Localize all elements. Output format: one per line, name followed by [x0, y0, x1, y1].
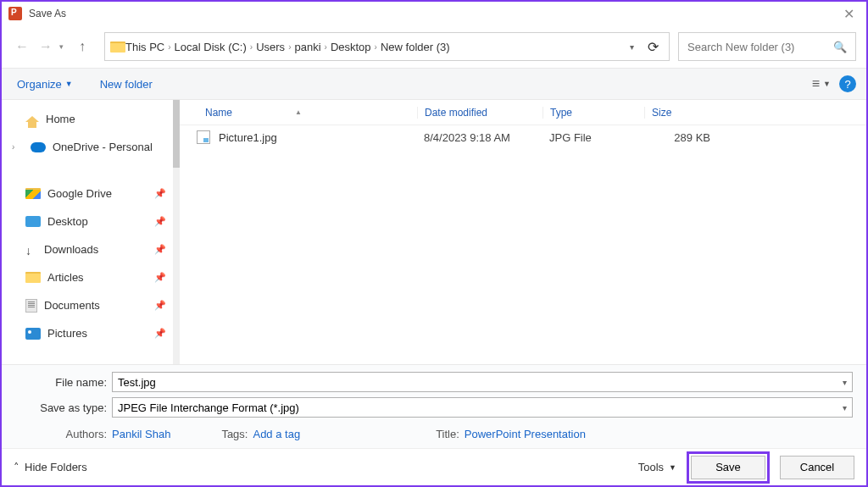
savetype-select[interactable]: JPEG File Interchange Format (*.jpg) ▾	[112, 397, 853, 418]
label: Google Drive	[47, 187, 112, 200]
new-folder-label: New folder	[100, 78, 153, 91]
title-value[interactable]: PowerPoint Presentation	[465, 428, 586, 440]
savetype-label: Save as type:	[15, 401, 107, 414]
authors-label: Authors:	[15, 428, 107, 440]
filename-label: File name:	[15, 376, 107, 389]
breadcrumb[interactable]: This PC› Local Disk (C:)› Users› panki› …	[125, 41, 450, 53]
powerpoint-icon	[8, 7, 22, 20]
crumb[interactable]: Local Disk (C:)	[175, 41, 247, 53]
sidebar-item-gdrive[interactable]: Google Drive 📌	[8, 180, 180, 208]
pin-icon: 📌	[154, 328, 166, 339]
file-list[interactable]: Name ▲ Date modified Type Size Picture1.…	[180, 100, 866, 364]
file-date: 8/4/2023 9:18 AM	[424, 131, 549, 144]
search-icon: 🔍	[833, 41, 847, 53]
organize-label: Organize	[17, 78, 62, 91]
label: Pictures	[47, 327, 87, 340]
crumb[interactable]: panki	[294, 41, 320, 53]
help-button[interactable]: ?	[839, 75, 856, 92]
chevron-down-icon[interactable]: ▾	[843, 403, 847, 412]
chevron-up-icon: ˄	[14, 461, 19, 473]
pin-icon: 📌	[154, 272, 166, 283]
cancel-button[interactable]: Cancel	[780, 456, 854, 479]
window-title: Save As	[29, 8, 66, 19]
refresh-button[interactable]: ⟳	[643, 39, 664, 55]
up-button[interactable]: ↑	[72, 36, 92, 57]
label: Desktop	[47, 215, 88, 228]
toolbar: Organize ▼ New folder ≡ ▼ ?	[2, 68, 866, 100]
sidebar-scrollbar[interactable]	[173, 100, 180, 364]
forward-button[interactable]: →	[36, 36, 56, 57]
organize-button[interactable]: Organize ▼	[12, 75, 78, 94]
save-fields: File name: Test.jpg ▾ Save as type: JPEG…	[2, 364, 866, 451]
tools-button[interactable]: Tools ▼	[638, 461, 676, 473]
metadata-row: Authors: Pankil Shah Tags: Add a tag Tit…	[15, 423, 853, 451]
sidebar-item-documents[interactable]: Documents 📌	[8, 291, 180, 319]
sidebar-item-home[interactable]: Home	[8, 105, 180, 133]
crumb[interactable]: This PC	[125, 41, 164, 53]
label: Articles	[47, 271, 84, 284]
new-folder-button[interactable]: New folder	[95, 75, 158, 94]
pin-icon: 📌	[154, 244, 166, 255]
save-highlight: Save	[687, 451, 770, 484]
pin-icon: 📌	[154, 216, 166, 227]
desktop-icon	[25, 216, 41, 227]
list-icon: ≡	[812, 76, 820, 91]
hide-folders-button[interactable]: ˄ Hide Folders	[14, 461, 87, 473]
save-button[interactable]: Save	[691, 456, 765, 479]
sidebar-item-desktop[interactable]: Desktop 📌	[8, 208, 180, 235]
back-button[interactable]: ←	[12, 36, 32, 57]
address-bar[interactable]: This PC› Local Disk (C:)› Users› panki› …	[104, 32, 670, 61]
filename-input[interactable]: Test.jpg ▾	[112, 372, 853, 392]
hide-folders-label: Hide Folders	[25, 461, 87, 473]
file-size: 289 KB	[651, 131, 719, 144]
main-area: Home › OneDrive - Personal Google Drive …	[2, 100, 866, 364]
history-dropdown[interactable]: ▾	[59, 42, 64, 51]
label: OneDrive - Personal	[53, 141, 153, 153]
column-headers: Name ▲ Date modified Type Size	[180, 100, 866, 125]
sidebar-item-onedrive[interactable]: › OneDrive - Personal	[8, 133, 180, 161]
sidebar-item-pictures[interactable]: Pictures 📌	[8, 319, 180, 347]
chevron-right-icon[interactable]: ›	[12, 142, 24, 152]
nav-bar: ← → ▾ ↑ This PC› Local Disk (C:)› Users›…	[2, 25, 866, 68]
close-button[interactable]: ✕	[838, 6, 860, 22]
pin-icon: 📌	[154, 300, 166, 311]
column-date[interactable]: Date modified	[417, 107, 542, 119]
home-icon	[25, 116, 39, 122]
search-input[interactable]	[687, 41, 833, 53]
folder-icon	[110, 42, 125, 53]
tags-label: Tags:	[221, 428, 248, 440]
pin-icon: 📌	[154, 188, 166, 199]
label: Downloads	[44, 243, 98, 256]
view-options-button[interactable]: ≡ ▼	[812, 76, 831, 91]
onedrive-icon	[31, 142, 46, 152]
file-type: JPG File	[549, 131, 651, 144]
download-icon	[25, 244, 37, 256]
chevron-down-icon: ▼	[669, 463, 676, 472]
crumb[interactable]: Users	[256, 41, 285, 53]
file-row[interactable]: Picture1.jpg 8/4/2023 9:18 AM JPG File 2…	[180, 125, 866, 149]
sort-asc-icon: ▲	[295, 108, 302, 116]
column-name[interactable]: Name ▲	[205, 107, 417, 119]
sidebar-item-articles[interactable]: Articles 📌	[8, 263, 180, 291]
tags-value[interactable]: Add a tag	[253, 428, 300, 440]
chevron-down-icon[interactable]: ▾	[843, 378, 847, 387]
sidebar: Home › OneDrive - Personal Google Drive …	[2, 100, 180, 364]
filename-value: Test.jpg	[118, 376, 156, 389]
file-name: Picture1.jpg	[219, 131, 424, 144]
image-file-icon	[197, 130, 210, 144]
authors-value[interactable]: Pankil Shah	[112, 428, 170, 440]
label: Home	[46, 113, 75, 125]
col-label: Name	[205, 107, 232, 119]
sidebar-item-downloads[interactable]: Downloads 📌	[8, 235, 180, 263]
title-bar: Save As ✕	[2, 2, 866, 25]
crumb[interactable]: Desktop	[331, 41, 371, 53]
chevron-down-icon: ▼	[65, 80, 73, 88]
folder-icon	[25, 272, 41, 283]
crumb[interactable]: New folder (3)	[381, 41, 450, 53]
column-size[interactable]: Size	[644, 107, 712, 119]
search-box[interactable]: 🔍	[678, 32, 856, 61]
label: Documents	[44, 299, 100, 312]
column-type[interactable]: Type	[542, 107, 644, 119]
address-dropdown-icon[interactable]: ▾	[625, 42, 639, 52]
chevron-down-icon: ▼	[823, 80, 831, 88]
